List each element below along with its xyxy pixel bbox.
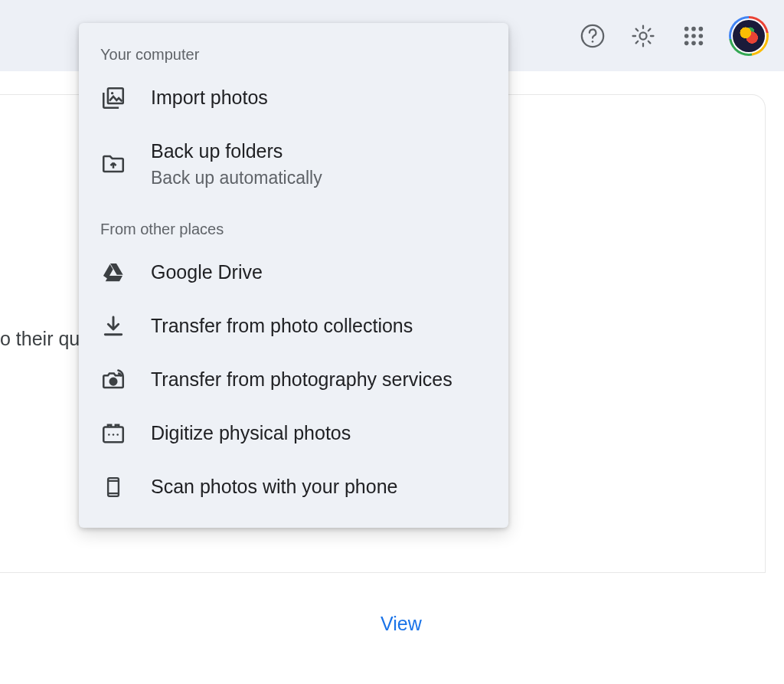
account-avatar[interactable] [729,16,769,56]
svg-point-8 [699,34,704,38]
settings-button[interactable] [628,21,658,51]
apps-button[interactable] [678,21,709,51]
svg-point-17 [113,434,115,436]
gear-icon [630,23,656,49]
menu-item-google-drive[interactable]: Google Drive [79,246,508,299]
folder-upload-icon [100,151,126,177]
svg-point-6 [684,34,689,38]
help-icon [580,23,606,49]
import-menu-popup: Your computer Import photos Back up fold… [79,23,508,528]
view-link[interactable]: View [381,613,422,635]
menu-item-label: Digitize physical photos [151,421,487,447]
menu-item-subtitle: Back up automatically [151,166,487,190]
svg-point-14 [110,378,117,385]
svg-point-7 [691,34,696,38]
menu-section-from-other-places: From other places [79,204,508,246]
menu-item-scan-phone[interactable]: Scan photos with your phone [79,460,508,514]
menu-item-label: Scan photos with your phone [151,474,487,500]
svg-point-18 [116,434,119,436]
svg-point-13 [111,92,113,94]
menu-item-label: Transfer from photo collections [151,313,487,339]
google-drive-icon [100,260,126,286]
svg-point-5 [699,26,704,31]
camera-wifi-icon [100,367,126,393]
menu-item-label: Transfer from photography services [151,367,487,393]
svg-point-9 [684,41,689,45]
svg-point-11 [699,41,704,45]
svg-point-3 [684,26,689,31]
svg-point-2 [639,32,646,39]
menu-item-label: Google Drive [151,260,487,286]
film-roll-icon [100,421,126,447]
download-icon [100,313,126,339]
menu-item-digitize[interactable]: Digitize physical photos [79,407,508,460]
menu-item-label: Back up folders [151,139,487,165]
image-stack-icon [100,85,126,111]
help-button[interactable] [577,21,608,51]
svg-point-16 [108,434,110,436]
avatar-image [733,20,765,52]
apps-grid-icon [683,25,704,47]
menu-item-label: Import photos [151,85,487,111]
phone-icon [100,474,126,500]
menu-item-back-up-folders[interactable]: Back up folders Back up automatically [79,125,508,204]
menu-item-transfer-collections[interactable]: Transfer from photo collections [79,299,508,353]
menu-item-import-photos[interactable]: Import photos [79,71,508,125]
svg-point-10 [691,41,696,45]
menu-item-transfer-services[interactable]: Transfer from photography services [79,353,508,407]
menu-section-your-computer: Your computer [79,37,508,71]
background-text-fragment: o their qu [0,328,80,350]
svg-point-4 [691,26,696,31]
svg-point-1 [592,41,594,43]
